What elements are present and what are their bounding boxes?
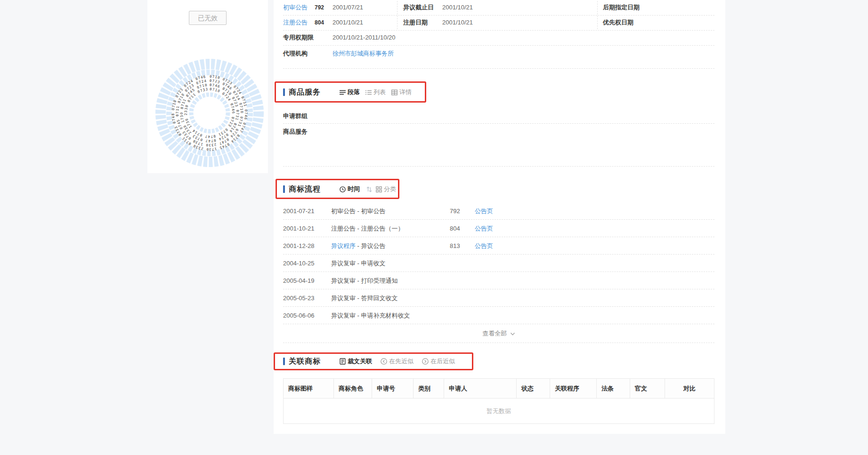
related-section-header: 关联商标 裁文关联 在先近似 在后近似	[274, 353, 725, 370]
process-row: 2004-10-25 异议复审 - 申请收文	[274, 255, 725, 272]
sort-icon[interactable]	[366, 186, 372, 192]
divider	[283, 45, 714, 46]
col-law-article: 法条	[597, 379, 630, 399]
exclusive-right-period-value: 2001/10/21-2011/10/20	[333, 30, 396, 45]
section-accent-bar	[283, 88, 285, 96]
section-accent-bar	[283, 358, 285, 365]
tab-list[interactable]: 列表	[365, 88, 386, 96]
process-section-title: 商标流程	[289, 184, 321, 194]
tab-later-similar[interactable]: 在后近似	[422, 357, 455, 366]
process-step-text: 异议复审 - 申请收文	[331, 260, 386, 267]
process-row: 2005-05-23 异议复审 - 答辩回文收文	[274, 289, 725, 307]
clock-icon	[340, 186, 346, 192]
trademark-summary-card: 已无效 0710 0723 0724 0731 0746 0747 0714 0…	[147, 0, 268, 173]
divider	[283, 68, 714, 69]
process-row: 2001-07-21 初审公告 - 初审公告 792 公告页	[274, 202, 725, 220]
table-icon	[391, 89, 397, 96]
tab-ruling-relation-label: 裁文关联	[348, 357, 372, 366]
process-step-text: 初审公告 - 初审公告	[331, 208, 386, 215]
tab-paragraph[interactable]: 段落	[340, 88, 360, 96]
tab-time[interactable]: 时间	[340, 185, 360, 193]
tab-time-label: 时间	[348, 185, 360, 193]
process-step: 异议复审 - 答辩回文收文	[331, 289, 398, 307]
col-applicant: 申请人	[444, 379, 517, 399]
status-badge[interactable]: 已无效	[189, 11, 227, 25]
process-step-text: 异议复审 - 打印受理通知	[331, 277, 398, 284]
divider	[283, 324, 714, 324]
divider	[283, 343, 714, 343]
process-step-text: 异议复审 - 答辩回文收文	[331, 295, 398, 302]
registration-announcement-link[interactable]: 注册公告	[283, 15, 308, 30]
process-date: 2005-05-23	[283, 289, 315, 307]
col-official-doc: 官文	[630, 379, 665, 399]
tab-prior-similar-label: 在先近似	[389, 357, 414, 366]
initial-announcement-date: 2001/07/21	[333, 0, 363, 15]
table-header-row: 商标图样 商标角色 申请号 类别 申请人 状态 关联程序 法条 官文 对比	[284, 379, 714, 399]
related-trademarks-table: 商标图样 商标角色 申请号 类别 申请人 状态 关联程序 法条 官文 对比 暂无…	[283, 378, 714, 424]
priority-date-label: 优先权日期	[603, 15, 633, 30]
col-related-procedure: 关联程序	[550, 379, 597, 399]
gazette-page-link[interactable]: 公告页	[475, 237, 493, 255]
process-step-text: - 异议公告	[356, 242, 386, 249]
col-class: 类别	[414, 379, 444, 399]
process-step-text: 注册公告 - 注册公告（一）	[331, 225, 404, 232]
gazette-issue-no: 804	[450, 220, 460, 237]
agency-link[interactable]: 徐州市彭城商标事务所	[333, 46, 394, 61]
goods-section-header: 商品服务 段落 列表 详情	[274, 82, 725, 102]
registration-date-value: 2001/10/21	[442, 15, 473, 30]
initial-announcement-link[interactable]: 初审公告	[283, 0, 308, 15]
col-application-no: 申请号	[372, 379, 414, 399]
registration-announcement-issue-no: 804	[315, 15, 324, 30]
related-section-title: 关联商标	[289, 357, 321, 367]
section-accent-bar	[283, 185, 285, 193]
process-date: 2004-10-25	[283, 255, 315, 272]
registration-announcement-date: 2001/10/21	[333, 15, 363, 30]
category-grid-icon	[376, 186, 382, 192]
circle-chevron-right-icon	[422, 358, 429, 365]
tab-category[interactable]: 分类	[376, 185, 396, 193]
later-designation-date-label: 后期指定日期	[603, 0, 640, 15]
process-date: 2005-06-06	[283, 307, 315, 324]
tab-detail[interactable]: 详情	[391, 88, 412, 96]
process-step: 异议复审 - 打印受理通知	[331, 272, 398, 289]
process-row: 2001-12-28 异议程序 - 异议公告 813 公告页	[274, 237, 725, 255]
paragraph-icon	[340, 89, 346, 96]
goods-section-title: 商品服务	[289, 88, 321, 97]
process-step: 初审公告 - 初审公告	[331, 202, 386, 220]
column-divider	[397, 1, 397, 29]
tab-paragraph-label: 段落	[348, 88, 360, 96]
gazette-page-link[interactable]: 公告页	[475, 220, 493, 237]
process-view-tabs: 时间 分类	[340, 185, 402, 193]
goods-services-label: 商品服务	[283, 128, 308, 136]
gazette-issue-no: 792	[450, 202, 460, 220]
col-status: 状态	[517, 379, 550, 399]
process-section-header: 商标流程 时间 分类	[274, 180, 725, 199]
number-ring-3: 0746 0710 0723 0731 0714 0724 0747 0733 …	[179, 83, 240, 143]
process-step: 异议程序 - 异议公告	[331, 237, 386, 255]
trademark-detail-card: 初审公告 792 2001/07/21 异议截止日 2001/10/21 后期指…	[274, 0, 725, 434]
tab-list-label: 列表	[373, 88, 386, 96]
process-row: 2005-06-06 异议复审 - 申请补充材料收文	[274, 307, 725, 324]
registration-date-label: 注册日期	[403, 15, 428, 30]
chevron-down-icon	[510, 332, 515, 336]
tab-prior-similar[interactable]: 在先近似	[381, 357, 414, 366]
gazette-issue-no: 813	[450, 237, 460, 255]
divider	[283, 123, 714, 124]
trademark-image: 0710 0723 0724 0731 0746 0747 0714 0745 …	[154, 57, 265, 168]
circle-chevron-left-icon	[381, 358, 387, 365]
opposition-deadline-value: 2001/10/21	[442, 0, 473, 15]
tab-detail-label: 详情	[399, 88, 412, 96]
agency-label: 代理机构	[283, 46, 308, 61]
gazette-page-link[interactable]: 公告页	[475, 202, 493, 220]
tab-ruling-relation[interactable]: 裁文关联	[340, 357, 372, 366]
view-all-button[interactable]: 查看全部	[283, 329, 714, 338]
goods-view-tabs: 段落 列表 详情	[340, 88, 417, 96]
divider	[283, 166, 714, 167]
document-icon	[340, 358, 346, 365]
svg-text:0746 0710 0723 0731 0714 0724: 0746 0710 0723 0731 0714 0724 0747 0733 …	[179, 83, 240, 143]
process-date: 2001-10-21	[283, 220, 315, 237]
related-view-tabs: 裁文关联 在先近似 在后近似	[340, 357, 461, 366]
procedure-link[interactable]: 异议程序	[331, 242, 356, 249]
view-all-label: 查看全部	[482, 330, 507, 337]
process-step: 异议复审 - 申请补充材料收文	[331, 307, 410, 324]
